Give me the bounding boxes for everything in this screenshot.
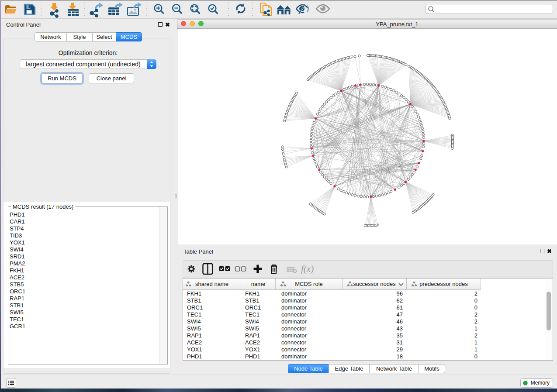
svg-text:f(x): f(x) — [301, 264, 314, 274]
